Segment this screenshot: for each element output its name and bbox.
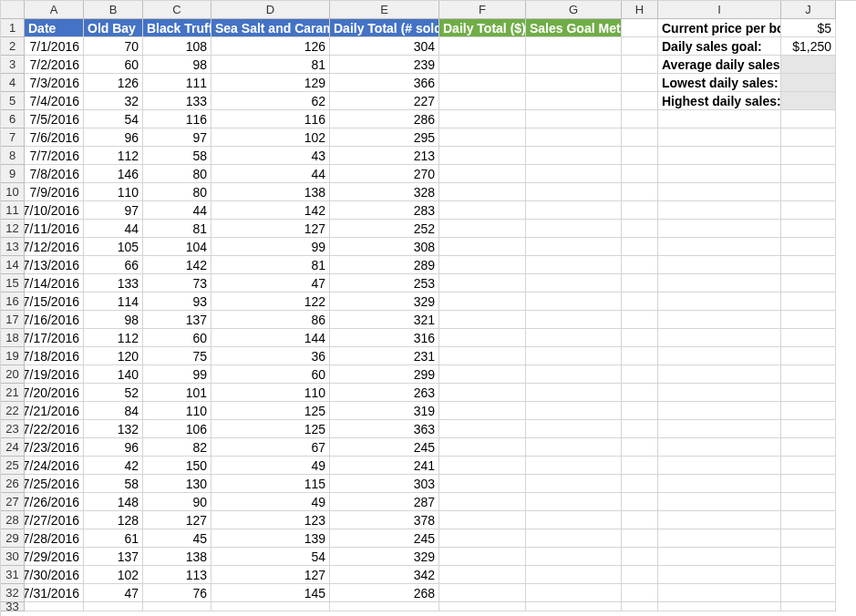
cell-I27[interactable] [658,493,781,511]
cell-G21[interactable] [526,384,622,402]
cell-date-12[interactable]: 7/11/2016 [25,220,84,238]
row-header-31[interactable]: 31 [1,566,25,584]
col-header-D[interactable]: D [211,1,330,19]
cell-oldbay-5[interactable]: 32 [84,92,143,110]
cell-oldbay-22[interactable]: 84 [84,402,143,420]
cell-F21[interactable] [439,384,526,402]
cell-seasalt-17[interactable]: 86 [211,311,330,329]
cell-total-18[interactable]: 316 [330,329,439,347]
cell-oldbay-12[interactable]: 44 [84,220,143,238]
cell-seasalt-26[interactable]: 115 [211,475,330,493]
cell-truffle-3[interactable]: 98 [143,56,211,74]
cell-G22[interactable] [526,402,622,420]
cell-total-26[interactable]: 303 [330,475,439,493]
cell-total-7[interactable]: 295 [330,128,439,147]
cell-I10[interactable] [658,183,781,201]
cell-I23[interactable] [658,420,781,438]
cell-J30[interactable] [781,548,836,566]
cell-I15[interactable] [658,274,781,293]
cell-I24[interactable] [658,438,781,457]
cell-F5[interactable] [439,92,526,110]
cell-H4[interactable] [622,74,658,92]
cell-oldbay-14[interactable]: 66 [84,256,143,274]
cell-I8[interactable] [658,147,781,165]
cell-truffle-29[interactable]: 45 [143,529,211,548]
cell-I7[interactable] [658,128,781,147]
cell-I22[interactable] [658,402,781,420]
cell-total-19[interactable]: 231 [330,347,439,365]
row-header-7[interactable]: 7 [1,128,25,147]
cell-seasalt-25[interactable]: 49 [211,457,330,475]
cell-truffle-13[interactable]: 104 [143,238,211,256]
cell-F11[interactable] [439,201,526,220]
row-header-30[interactable]: 30 [1,548,25,566]
cell-I28[interactable] [658,511,781,529]
cell-G9[interactable] [526,165,622,183]
row-header-3[interactable]: 3 [1,56,25,74]
cell-date-9[interactable]: 7/8/2016 [25,165,84,183]
cell-truffle-17[interactable]: 137 [143,311,211,329]
cell-truffle-5[interactable]: 133 [143,92,211,110]
cell-F13[interactable] [439,238,526,256]
cell-H32[interactable] [622,584,658,602]
row-header-10[interactable]: 10 [1,183,25,201]
cell-G31[interactable] [526,566,622,584]
row-header-2[interactable]: 2 [1,37,25,56]
cell-I19[interactable] [658,347,781,365]
cell-seasalt-30[interactable]: 54 [211,548,330,566]
cell-G19[interactable] [526,347,622,365]
cell-empty-33-2[interactable] [143,602,211,611]
cell-G13[interactable] [526,238,622,256]
cell-F2[interactable] [439,37,526,56]
cell-G8[interactable] [526,147,622,165]
cell-F31[interactable] [439,566,526,584]
row-header-28[interactable]: 28 [1,511,25,529]
cell-H17[interactable] [622,311,658,329]
cell-seasalt-2[interactable]: 126 [211,37,330,56]
cell-G27[interactable] [526,493,622,511]
cell-seasalt-6[interactable]: 116 [211,110,330,128]
cell-G29[interactable] [526,529,622,548]
cell-date-28[interactable]: 7/27/2016 [25,511,84,529]
col-header-C[interactable]: C [143,1,211,19]
cell-H3[interactable] [622,56,658,74]
cell-date-13[interactable]: 7/12/2016 [25,238,84,256]
cell-H6[interactable] [622,110,658,128]
cell-J24[interactable] [781,438,836,457]
cell-seasalt-28[interactable]: 123 [211,511,330,529]
cell-I14[interactable] [658,256,781,274]
cell-truffle-14[interactable]: 142 [143,256,211,274]
cell-F27[interactable] [439,493,526,511]
cell-truffle-9[interactable]: 80 [143,165,211,183]
cell-date-30[interactable]: 7/29/2016 [25,548,84,566]
value-avg[interactable] [781,56,836,74]
cell-truffle-23[interactable]: 106 [143,420,211,438]
col-header-I[interactable]: I [658,1,781,19]
cell-J17[interactable] [781,311,836,329]
cell-G6[interactable] [526,110,622,128]
cell-truffle-7[interactable]: 97 [143,128,211,147]
cell-H20[interactable] [622,365,658,384]
cell-seasalt-32[interactable]: 145 [211,584,330,602]
cell-I26[interactable] [658,475,781,493]
cell-seasalt-15[interactable]: 47 [211,274,330,293]
cell-date-16[interactable]: 7/15/2016 [25,293,84,311]
cell-J22[interactable] [781,402,836,420]
cell-seasalt-4[interactable]: 129 [211,74,330,92]
cell-total-27[interactable]: 287 [330,493,439,511]
cell-H8[interactable] [622,147,658,165]
cell-total-11[interactable]: 283 [330,201,439,220]
cell-H29[interactable] [622,529,658,548]
row-header-6[interactable]: 6 [1,110,25,128]
cell-G3[interactable] [526,56,622,74]
cell-H7[interactable] [622,128,658,147]
cell-F15[interactable] [439,274,526,293]
cell-total-3[interactable]: 239 [330,56,439,74]
cell-date-5[interactable]: 7/4/2016 [25,92,84,110]
cell-seasalt-18[interactable]: 144 [211,329,330,347]
cell-truffle-26[interactable]: 130 [143,475,211,493]
cell-F7[interactable] [439,128,526,147]
cell-I13[interactable] [658,238,781,256]
cell-truffle-12[interactable]: 81 [143,220,211,238]
cell-oldbay-18[interactable]: 112 [84,329,143,347]
